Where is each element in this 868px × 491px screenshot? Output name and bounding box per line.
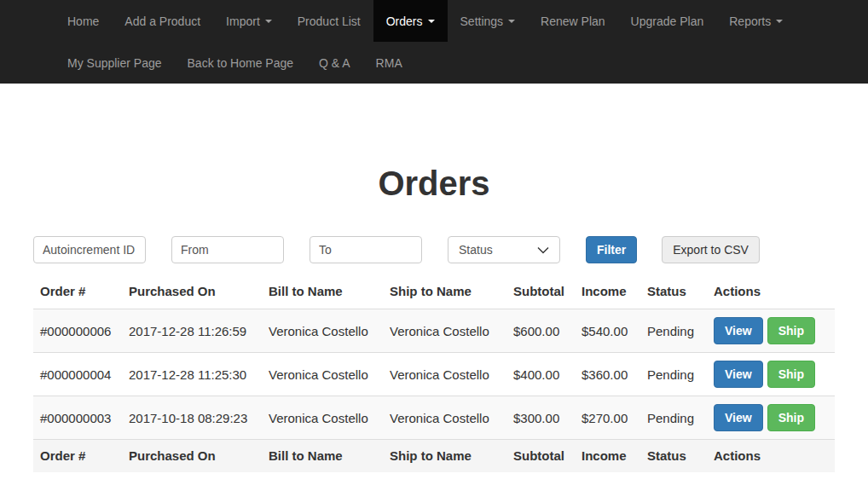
- chevron-down-icon: [537, 246, 549, 254]
- caret-down-icon: [508, 20, 515, 23]
- nav-item-label: Orders: [386, 14, 423, 28]
- nav-item-home[interactable]: Home: [55, 0, 112, 42]
- table-header-row: Order #Purchased OnBill to NameShip to N…: [33, 275, 835, 309]
- to-date-input[interactable]: [310, 236, 422, 263]
- nav-item-renew-plan[interactable]: Renew Plan: [528, 0, 618, 42]
- footer-header-cell-ship-to-name: Ship to Name: [383, 440, 506, 473]
- footer-header-cell-actions: Actions: [707, 440, 835, 473]
- nav-item-upgrade-plan[interactable]: Upgrade Plan: [618, 0, 717, 42]
- nav-item-label: Add a Product: [124, 14, 200, 28]
- cell-ship-to-name: Veronica Costello: [383, 396, 506, 440]
- nav-item-label: Import: [226, 14, 260, 28]
- header-cell-bill-to-name: Bill to Name: [262, 275, 383, 309]
- cell-income: $270.00: [575, 396, 640, 440]
- cell-income: $360.00: [575, 353, 640, 396]
- cell-subtotal: $300.00: [506, 396, 575, 440]
- footer-header-cell-subtotal: Subtotal: [506, 440, 575, 473]
- cell-status: Pending: [640, 309, 707, 353]
- cell-order-number: #000000003: [33, 396, 122, 440]
- nav-item-label: Upgrade Plan: [631, 14, 704, 28]
- from-date-input[interactable]: [171, 236, 284, 263]
- nav-item-reports[interactable]: Reports: [716, 0, 796, 42]
- cell-bill-to-name: Veronica Costello: [262, 309, 383, 353]
- nav-item-settings[interactable]: Settings: [448, 0, 529, 42]
- table-body: #0000000062017-12-28 11:26:59Veronica Co…: [33, 309, 835, 440]
- page-title: Orders: [33, 164, 835, 203]
- nav-item-label: Renew Plan: [541, 14, 605, 28]
- cell-purchased-on: 2017-10-18 08:29:23: [122, 396, 262, 440]
- export-csv-button[interactable]: Export to CSV: [662, 236, 760, 263]
- nav-item-label: Home: [67, 14, 99, 28]
- table-footer-header-row: Order #Purchased OnBill to NameShip to N…: [33, 440, 835, 473]
- cell-actions: ViewShip: [707, 353, 835, 396]
- footer-header-cell-order: Order #: [33, 440, 122, 473]
- ship-button[interactable]: Ship: [767, 317, 815, 344]
- table-row: #0000000032017-10-18 08:29:23Veronica Co…: [33, 396, 835, 440]
- nav-item-label: My Supplier Page: [67, 56, 162, 70]
- table-row: #0000000042017-12-28 11:25:30Veronica Co…: [33, 353, 835, 396]
- caret-down-icon: [265, 20, 272, 23]
- cell-purchased-on: 2017-12-28 11:26:59: [122, 309, 262, 353]
- cell-ship-to-name: Veronica Costello: [383, 353, 506, 396]
- table-row: #0000000062017-12-28 11:26:59Veronica Co…: [33, 309, 835, 353]
- header-cell-status: Status: [640, 275, 707, 309]
- footer-header-cell-purchased-on: Purchased On: [122, 440, 262, 473]
- header-cell-ship-to-name: Ship to Name: [383, 275, 506, 309]
- header-cell-income: Income: [575, 275, 640, 309]
- filter-toolbar: Status Filter Export to CSV: [33, 236, 835, 263]
- view-button[interactable]: View: [714, 317, 763, 344]
- nav-item-label: Q & A: [319, 56, 350, 70]
- nav-item-label: Settings: [460, 14, 504, 28]
- header-cell-purchased-on: Purchased On: [122, 275, 262, 309]
- nav-item-back-to-home-page[interactable]: Back to Home Page: [175, 42, 307, 84]
- nav-item-orders[interactable]: Orders: [373, 0, 448, 42]
- nav-item-label: Product List: [298, 14, 361, 28]
- nav-item-q-a[interactable]: Q & A: [306, 42, 363, 84]
- nav-item-add-a-product[interactable]: Add a Product: [112, 0, 213, 42]
- cell-subtotal: $400.00: [506, 353, 575, 396]
- caret-down-icon: [776, 20, 783, 23]
- cell-bill-to-name: Veronica Costello: [262, 353, 383, 396]
- main-content: Orders Status Filter Export to CSV Order…: [33, 164, 835, 472]
- caret-down-icon: [428, 20, 435, 23]
- cell-actions: ViewShip: [707, 309, 835, 353]
- nav-item-label: Back to Home Page: [188, 56, 294, 70]
- cell-order-number: #000000006: [33, 309, 122, 353]
- view-button[interactable]: View: [714, 361, 763, 388]
- nav-item-import[interactable]: Import: [213, 0, 285, 42]
- footer-header-cell-bill-to-name: Bill to Name: [262, 440, 383, 473]
- navbar: HomeAdd a ProductImportProduct ListOrder…: [0, 0, 868, 84]
- nav-item-my-supplier-page[interactable]: My Supplier Page: [55, 42, 175, 84]
- cell-ship-to-name: Veronica Costello: [383, 309, 506, 353]
- cell-order-number: #000000004: [33, 353, 122, 396]
- orders-table: Order #Purchased OnBill to NameShip to N…: [33, 275, 835, 472]
- ship-button[interactable]: Ship: [767, 361, 815, 388]
- autoincrement-id-input[interactable]: [33, 236, 146, 263]
- footer-header-cell-status: Status: [640, 440, 707, 473]
- nav-item-product-list[interactable]: Product List: [285, 0, 373, 42]
- navbar-row-secondary: My Supplier PageBack to Home PageQ & ARM…: [0, 42, 868, 84]
- nav-item-label: RMA: [376, 56, 402, 70]
- ship-button[interactable]: Ship: [767, 404, 815, 431]
- filter-button[interactable]: Filter: [586, 236, 637, 263]
- status-select-value: Status: [459, 243, 493, 257]
- status-select[interactable]: Status: [448, 236, 560, 263]
- header-cell-subtotal: Subtotal: [506, 275, 575, 309]
- cell-bill-to-name: Veronica Costello: [262, 396, 383, 440]
- cell-actions: ViewShip: [707, 396, 835, 440]
- cell-purchased-on: 2017-12-28 11:25:30: [122, 353, 262, 396]
- cell-status: Pending: [640, 396, 707, 440]
- nav-item-label: Reports: [729, 14, 771, 28]
- view-button[interactable]: View: [714, 404, 763, 431]
- footer-header-cell-income: Income: [575, 440, 640, 473]
- navbar-row-primary: HomeAdd a ProductImportProduct ListOrder…: [0, 0, 868, 42]
- nav-item-rma[interactable]: RMA: [363, 42, 415, 84]
- header-cell-actions: Actions: [707, 275, 835, 309]
- header-cell-order: Order #: [33, 275, 122, 309]
- cell-income: $540.00: [575, 309, 640, 353]
- cell-subtotal: $600.00: [506, 309, 575, 353]
- cell-status: Pending: [640, 353, 707, 396]
